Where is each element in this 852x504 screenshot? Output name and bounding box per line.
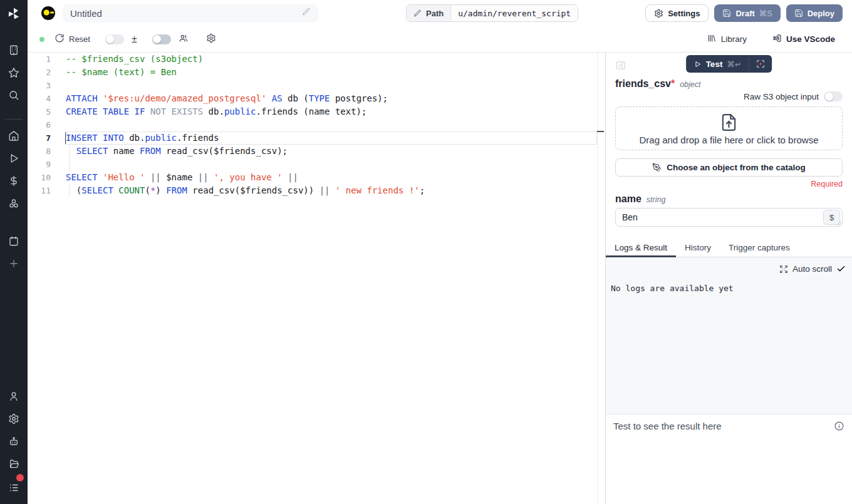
code-line[interactable]: 8 SELECT name FROM read_csv($friends_csv… <box>28 145 605 158</box>
variables-dollar-icon[interactable] <box>8 175 19 187</box>
code-line[interactable]: 2-- $name (text) = Ben <box>28 66 605 79</box>
code-text: CREATE TABLE IF NOT EXISTS db.public.fri… <box>66 105 366 118</box>
edit-pencil-icon[interactable] <box>302 8 311 19</box>
topbar-actions: Settings Draft ⌘S Deploy <box>645 4 843 22</box>
code-line[interactable]: 4ATTACH '$res:u/demo/amazed_postgresql' … <box>28 92 605 105</box>
gear-icon <box>654 9 663 18</box>
auto-scroll-control[interactable]: Auto scroll <box>779 264 846 274</box>
reset-icon <box>55 33 65 45</box>
checkmark-icon <box>836 264 846 274</box>
cursor-overview-marker <box>597 131 604 132</box>
audit-logs-list-icon[interactable] <box>8 482 19 493</box>
path-value: u/admin/reverent_script <box>450 5 578 21</box>
save-icon <box>722 9 731 18</box>
arg-name: name <box>615 193 642 205</box>
home-icon[interactable] <box>8 130 19 141</box>
name-input[interactable] <box>616 212 823 222</box>
folders-icon[interactable] <box>8 458 19 470</box>
use-vscode-button[interactable]: Use VScode <box>772 33 835 45</box>
code-line[interactable]: 5CREATE TABLE IF NOT EXISTS db.public.fr… <box>28 105 605 118</box>
raw-s3-row: Raw S3 object input <box>615 91 843 101</box>
app-window: Untitled Path u/admin/reverent_script Se… <box>0 0 852 504</box>
vscode-icon <box>772 33 782 45</box>
code-text: SELECT 'Hello ' || $name || ', you have … <box>66 171 298 184</box>
user-icon[interactable] <box>8 391 19 402</box>
path-group: Path u/admin/reverent_script <box>406 4 578 22</box>
collapse-panel-icon[interactable] <box>615 60 627 71</box>
plus-minus-icon[interactable]: ± <box>132 34 137 44</box>
logs-panel: Auto scroll No logs are available yet <box>606 257 852 414</box>
vscode-label: Use VScode <box>786 34 835 44</box>
file-dropzone[interactable]: Drag and drop a file here or click to br… <box>615 106 843 150</box>
pen-tool-icon <box>652 163 662 172</box>
deploy-button[interactable]: Deploy <box>786 4 843 22</box>
result-panel: Test to see the result here <box>606 414 852 438</box>
choose-object-button[interactable]: Choose an object from the catalog <box>615 158 843 177</box>
deploy-label: Deploy <box>808 9 834 18</box>
script-title-field[interactable]: Untitled <box>63 4 318 23</box>
panel-header: Test ⌘↵ <box>606 53 852 75</box>
reset-button[interactable]: Reset <box>55 33 90 45</box>
save-icon <box>794 9 803 18</box>
status-dot <box>39 37 44 42</box>
tab-trigger-captures[interactable]: Trigger captures <box>720 243 799 257</box>
resources-icon[interactable] <box>8 198 19 209</box>
code-text: -- $friends_csv (s3object) <box>66 53 203 66</box>
tab-logs-result[interactable]: Logs & Result <box>606 243 676 257</box>
code-line[interactable]: 7INSERT INTO db.public.friends <box>28 131 605 145</box>
reset-label: Reset <box>69 34 90 44</box>
code-text: INSERT INTO db.public.friends <box>66 131 219 145</box>
code-line[interactable]: 6 <box>28 118 605 131</box>
line-number: 4 <box>28 92 66 105</box>
add-plus-icon[interactable] <box>8 258 19 269</box>
tab-history[interactable]: History <box>676 243 720 257</box>
code-text: (SELECT COUNT(*) FROM read_csv($friends_… <box>66 184 425 197</box>
editor-overview-ruler[interactable] <box>597 53 605 504</box>
windmill-logo-icon[interactable] <box>6 6 21 21</box>
settings-button[interactable]: Settings <box>645 4 709 22</box>
result-placeholder: Test to see the result here <box>613 421 722 431</box>
info-icon[interactable] <box>834 421 844 431</box>
variable-dollar-button[interactable]: $ <box>823 210 840 225</box>
library-button[interactable]: Library <box>707 33 747 45</box>
path-edit-button[interactable]: Path <box>407 5 450 21</box>
library-icon <box>707 33 717 45</box>
text-cursor <box>65 132 66 144</box>
search-icon[interactable] <box>8 90 19 101</box>
code-line[interactable]: 9 <box>28 158 605 171</box>
script-title: Untitled <box>70 8 102 19</box>
code-line[interactable]: 1-- $friends_csv (s3object) <box>28 53 605 66</box>
expand-icon <box>779 265 788 274</box>
play-icon <box>694 60 702 68</box>
capture-test-icon[interactable] <box>749 55 772 73</box>
sidebar-divider <box>5 119 23 120</box>
choose-object-label: Choose an object from the catalog <box>667 163 805 172</box>
settings-gear-icon[interactable] <box>8 413 19 424</box>
editor-settings-gear-icon[interactable] <box>206 33 216 46</box>
diff-toggle[interactable] <box>105 34 124 44</box>
line-number: 8 <box>28 145 66 158</box>
draft-label: Draft <box>735 9 754 18</box>
code-line[interactable]: 3 <box>28 79 605 92</box>
file-upload-icon <box>719 112 739 133</box>
workspace-icon[interactable] <box>8 44 19 56</box>
ai-robot-icon[interactable] <box>8 436 19 447</box>
toolbar-right: Library Use VScode <box>707 33 835 45</box>
line-number: 2 <box>28 66 66 79</box>
test-button-group: Test ⌘↵ <box>686 55 772 73</box>
test-shortcut: ⌘↵ <box>727 59 741 69</box>
arguments-form: friends_csv* object Raw S3 object input … <box>606 75 852 227</box>
code-editor[interactable]: 1-- $friends_csv (s3object)2-- $name (te… <box>28 53 606 504</box>
arg-name-label-row: name string <box>615 193 843 205</box>
schedules-calendar-icon[interactable] <box>8 235 19 247</box>
users-icon[interactable] <box>179 33 189 46</box>
code-line[interactable]: 11 (SELECT COUNT(*) FROM read_csv($frien… <box>28 184 605 197</box>
code-line[interactable]: 10SELECT 'Hello ' || $name || ', you hav… <box>28 171 605 184</box>
test-button[interactable]: Test ⌘↵ <box>686 55 749 73</box>
raw-s3-toggle[interactable] <box>824 91 843 101</box>
multiplayer-toggle[interactable] <box>152 34 171 44</box>
favorites-star-icon[interactable] <box>8 67 19 78</box>
panel-tabs: Logs & Result History Trigger captures <box>606 243 852 257</box>
draft-button[interactable]: Draft ⌘S <box>714 4 780 22</box>
runs-play-icon[interactable] <box>8 153 19 164</box>
